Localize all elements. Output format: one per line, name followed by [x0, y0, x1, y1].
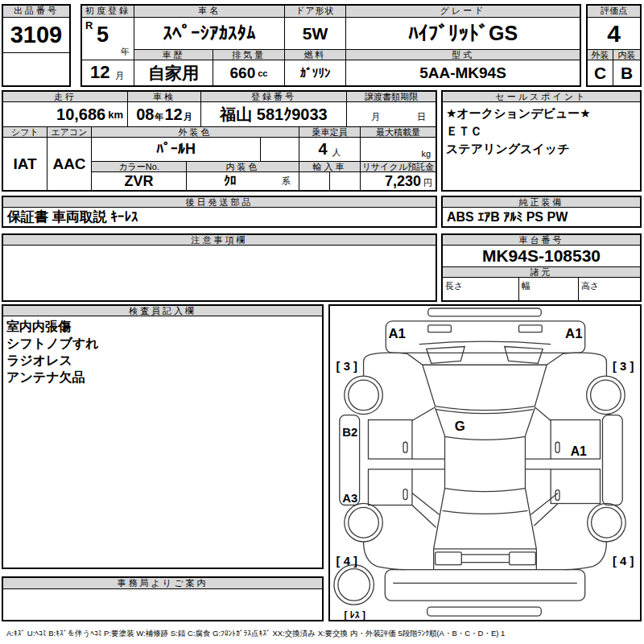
chassis-box: 車台番号 MK94S-108530 諸元 長さ 幅 高さ	[441, 233, 642, 302]
legend-text: A:ｷｽﾞ U:ﾍｺﾐ B:ｷｽﾞを伴うﾍｺﾐ P:要塗装 W:補修跡 S:錆 …	[6, 629, 642, 639]
mark-hood-right: A1	[565, 326, 583, 341]
capacity-value: 4 人	[299, 138, 361, 162]
inspector-notes-lines: 室内内張傷 シフトノブすれ ラジオレス アンテナ欠品	[6, 318, 99, 386]
rear-wheel-right	[588, 503, 626, 542]
mark-rear-tire-right: [ 4 ]	[613, 555, 634, 568]
mark-front-tire-left: [ 3 ]	[336, 360, 357, 373]
rear-wheel-right-inner	[592, 507, 622, 538]
color-no-label: カラーNo.	[92, 162, 187, 172]
sales-point-label: セールスポイント	[443, 92, 640, 102]
ext-color-label: 外装色	[92, 127, 299, 138]
inspector-note-line: シフトノブすれ	[6, 335, 99, 352]
mark-door-right: A1	[571, 444, 587, 458]
first-reg-year-unit: 年	[121, 46, 130, 58]
later-parts-box: 後日発送部品 保証書 車両取説 ｷｰﾚｽ	[2, 196, 437, 228]
transfer-docs-label: 譲渡書類期限	[347, 92, 436, 102]
chassis-label: 車台番号	[443, 235, 640, 246]
door-handle	[403, 442, 407, 452]
mark-front-tire-right: [ 3 ]	[613, 360, 634, 373]
spec-height-label: 高さ	[581, 280, 599, 292]
roof-rear-edge	[445, 489, 526, 492]
front-wheel-left	[345, 376, 383, 415]
car-diagram: A1 A1 [ 3 ] [ 3 ] B2 A3 G A1 [ 4 ] [ 4 ]…	[330, 306, 640, 620]
first-reg-year: 5	[97, 23, 109, 47]
spec-height-cell: 高さ	[579, 278, 640, 300]
a-pillar-right	[547, 353, 563, 365]
import-cell-2	[330, 172, 361, 190]
car-name-label: 車名	[134, 6, 285, 18]
lot-number-label: 出品番号	[3, 6, 69, 18]
max-load-label: 最大積載量	[361, 127, 436, 138]
fuel-value: ｶﾞｿﾘﾝ	[285, 60, 346, 85]
detail-box: 走行 車検 登録番号 譲渡書類期限 10,686 km 08 年 12 月 福山…	[2, 90, 437, 192]
sales-point-line: ステアリングスイッチ	[446, 140, 591, 158]
lot-number-empty	[3, 53, 69, 85]
oem-equipment-value: ABS ｴｱB ｱﾙﾐ PS PW	[443, 208, 640, 226]
office-info-label: 事務局よりご案内	[3, 578, 322, 589]
aircon-label: エアコン	[47, 127, 92, 138]
capacity-unit: 人	[332, 147, 341, 159]
mark-side-top: B2	[342, 426, 357, 439]
front-wheel-left-inner	[349, 380, 379, 411]
inspection-value: 08 年 12 月	[128, 102, 201, 127]
sales-point-line: ★オークションデビュー★	[446, 105, 591, 122]
later-parts-label: 後日発送部品	[3, 197, 436, 208]
aircon-value: AAC	[47, 138, 92, 190]
history-value: 自家用	[134, 60, 213, 85]
cowl-line	[419, 341, 551, 344]
mileage-label: 走行	[3, 92, 128, 102]
spare-tire-inner	[338, 569, 370, 601]
mark-glass: G	[455, 419, 465, 434]
front-wheel-right	[587, 376, 625, 415]
inspection-year-unit: 年	[155, 111, 164, 123]
roof-shoulder-left	[436, 408, 445, 436]
notes-value	[3, 246, 436, 300]
inspector-notes-box: 検査員記入欄 室内内張傷 シフトノブすれ ラジオレス アンテナ欠品	[2, 304, 324, 569]
interior-grade: B	[613, 60, 640, 85]
rear-fender-right	[564, 542, 606, 570]
mileage-unit: km	[108, 109, 123, 121]
oem-equipment-box: 純正装備 ABS ｴｱB ｱﾙﾐ PS PW	[441, 196, 642, 228]
rear-window-top	[443, 510, 528, 514]
office-info-box: 事務局よりご案内	[2, 576, 324, 621]
windshield	[423, 365, 547, 410]
fold-line-left	[412, 407, 436, 421]
spec-length-label: 長さ	[445, 280, 463, 292]
mark-hood-left: A1	[388, 326, 406, 341]
side-sill-right	[602, 415, 622, 506]
inspector-note-line: アンテナ欠品	[6, 369, 99, 386]
exterior-label: 外装	[588, 50, 613, 60]
front-wheel-right-inner	[591, 380, 621, 411]
front-panel	[386, 321, 584, 353]
rear-bumper-strip	[427, 607, 542, 616]
vehicle-header-box: 初度登録 R 5 年 12 月 車名 ｽﾍﾟｰｼｱｶｽﾀﾑ 車歴 自家用 排気量…	[80, 4, 581, 87]
pillar-band-right	[525, 459, 551, 469]
first-reg-year-cell: R 5 年	[82, 18, 134, 60]
office-info-value	[3, 589, 322, 620]
oem-equipment-label: 純正装備	[443, 197, 640, 208]
max-load-value: kg	[361, 138, 436, 162]
later-parts-value: 保証書 車両取説 ｷｰﾚｽ	[3, 208, 436, 226]
spare-tire	[334, 565, 374, 605]
spec-width-label: 幅	[522, 280, 530, 292]
sales-point-lines: ★オークションデビュー★ ＥＴＣ ステアリングスイッチ	[446, 105, 591, 158]
fuel-label: 燃料	[285, 50, 346, 60]
reg-no-label: 登録番号	[201, 92, 347, 102]
shift-label: シフト	[3, 127, 47, 138]
notes-box: 注意事項欄	[2, 233, 437, 302]
quarter-fold-right	[530, 493, 558, 526]
headlight-left	[428, 325, 452, 332]
door-handle	[555, 442, 559, 452]
rear-wheel-left-inner	[349, 507, 379, 538]
int-color-value: ｸﾛ 系	[187, 172, 299, 190]
int-color-label: 内装色	[187, 162, 299, 172]
score-box: 評価点 4 外装 内装 C B	[586, 4, 642, 87]
tail-light-left	[436, 552, 462, 565]
displacement-number: 660	[230, 64, 256, 82]
color-no-value: ZVR	[92, 172, 187, 190]
tail-panel-lines	[461, 555, 509, 563]
inspection-year: 08	[136, 105, 154, 124]
first-reg-label: 初度登録	[82, 6, 134, 18]
wiper-right	[505, 347, 543, 364]
front-fender-left	[364, 353, 407, 376]
